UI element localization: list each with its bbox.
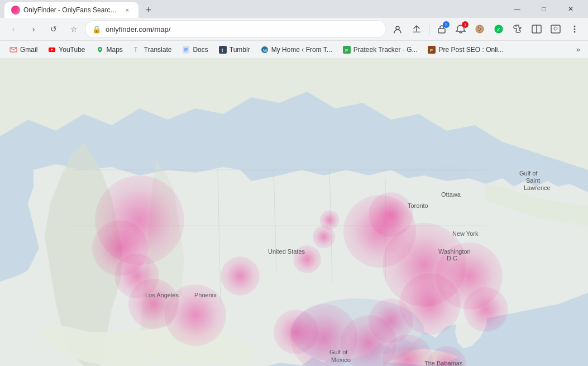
passwords-button[interactable]: 3 [433, 20, 451, 38]
svg-text:P: P [345, 48, 348, 53]
window-controls: — □ ✕ [504, 0, 584, 18]
refresh-button[interactable]: ↺ [45, 20, 63, 38]
bookmark-tumblr[interactable]: t Tumblr [214, 44, 255, 56]
svg-point-13 [574, 26, 576, 27]
svg-rect-11 [551, 25, 560, 33]
gmail-icon [9, 45, 18, 54]
bookmarks-more-button[interactable]: » [573, 44, 584, 55]
youtube-label: YouTube [59, 46, 85, 54]
tab-strip: OnlyFinder - OnlyFans Search Eng × + [4, 0, 500, 18]
navigation-bar: ‹ › ↺ ☆ 🔒 onlyfinder.com/map/ [0, 18, 588, 40]
bookmark-maps[interactable]: Maps [91, 44, 127, 56]
prepost-label: Pre Post SEO : Onli... [438, 46, 503, 54]
prateek-icon: P [342, 45, 351, 54]
cookie-button[interactable] [471, 20, 489, 38]
prateek-label: Prateek Tracker - G... [353, 46, 418, 54]
lock-icon: 🔒 [92, 25, 101, 34]
svg-point-15 [574, 31, 576, 33]
svg-rect-2 [438, 28, 445, 33]
tab-title: OnlyFinder - OnlyFans Search Eng [23, 6, 119, 14]
forward-button[interactable]: › [25, 20, 42, 38]
bookmark-youtube[interactable]: YouTube [43, 44, 89, 56]
bookmark-prepost[interactable]: P Pre Post SEO : Onli... [423, 44, 508, 56]
address-bar[interactable]: 🔒 onlyfinder.com/map/ [85, 20, 386, 38]
tab-close-button[interactable]: × [123, 6, 132, 15]
svg-text:✓: ✓ [496, 27, 501, 32]
youtube-icon [47, 45, 56, 54]
svg-point-5 [480, 28, 481, 30]
maps-icon [95, 45, 104, 54]
menu-button[interactable] [566, 20, 584, 38]
profile-button[interactable] [389, 20, 407, 38]
svg-point-3 [476, 25, 484, 33]
bookmark-prateek[interactable]: P Prateek Tracker - G... [338, 44, 422, 56]
bookmark-docs[interactable]: Docs [177, 44, 212, 56]
passwords-badge: 3 [443, 21, 450, 28]
svg-point-0 [396, 26, 399, 30]
svg-text:P: P [430, 48, 433, 53]
close-button[interactable]: ✕ [558, 0, 584, 18]
back-button[interactable]: ‹ [4, 20, 22, 38]
extensions-button[interactable] [509, 20, 527, 38]
alerts-badge: 1 [462, 21, 469, 28]
svg-point-14 [574, 28, 576, 30]
svg-point-6 [479, 30, 480, 31]
tab-favicon [11, 6, 20, 15]
profile-icon-button[interactable] [547, 20, 565, 38]
alerts-button[interactable]: 1 [452, 20, 470, 38]
browser-tab[interactable]: OnlyFinder - OnlyFans Search Eng × [4, 2, 138, 18]
wordpress-icon: W [260, 45, 269, 54]
nav-divider [429, 23, 429, 35]
gmail-label: Gmail [20, 46, 37, 54]
bookmark-translate[interactable]: T Translate [128, 44, 176, 56]
docs-icon [181, 45, 190, 54]
new-tab-button[interactable]: + [141, 2, 156, 18]
share-button[interactable] [408, 20, 426, 38]
url-text: onlyfinder.com/map/ [106, 25, 379, 34]
wordpress-label: My Home ‹ From T... [271, 46, 332, 54]
maximize-button[interactable]: □ [531, 0, 557, 18]
svg-point-45 [290, 298, 424, 365]
svg-text:W: W [263, 48, 267, 53]
svg-point-4 [478, 27, 479, 28]
docs-label: Docs [193, 46, 208, 54]
svg-rect-1 [413, 31, 420, 33]
nav-actions: 3 1 ✓ [389, 20, 584, 38]
tumblr-label: Tumblr [230, 46, 250, 54]
map-background [0, 58, 588, 366]
translate-icon: T [133, 45, 142, 54]
prepost-icon: P [427, 45, 436, 54]
title-bar: OnlyFinder - OnlyFans Search Eng × + — □… [0, 0, 588, 18]
bookmark-wordpress[interactable]: W My Home ‹ From T... [256, 44, 337, 56]
svg-point-19 [99, 48, 101, 50]
bookmark-gmail[interactable]: Gmail [4, 44, 42, 56]
bookmarks-bar: Gmail YouTube Maps T Translate Docs t Tu… [0, 40, 588, 58]
maps-label: Maps [107, 46, 123, 54]
map-container[interactable]: United StatesGulf ofMexicoMexicoMexicoCi… [0, 58, 588, 366]
tumblr-icon: t [218, 45, 227, 54]
translate-label: Translate [144, 46, 172, 54]
bookmark-star-button[interactable]: ☆ [65, 20, 83, 38]
minimize-button[interactable]: — [504, 0, 530, 18]
svg-point-12 [554, 27, 557, 30]
av-button[interactable]: ✓ [490, 20, 508, 38]
split-tab-button[interactable] [528, 20, 546, 38]
svg-text:T: T [134, 47, 137, 53]
